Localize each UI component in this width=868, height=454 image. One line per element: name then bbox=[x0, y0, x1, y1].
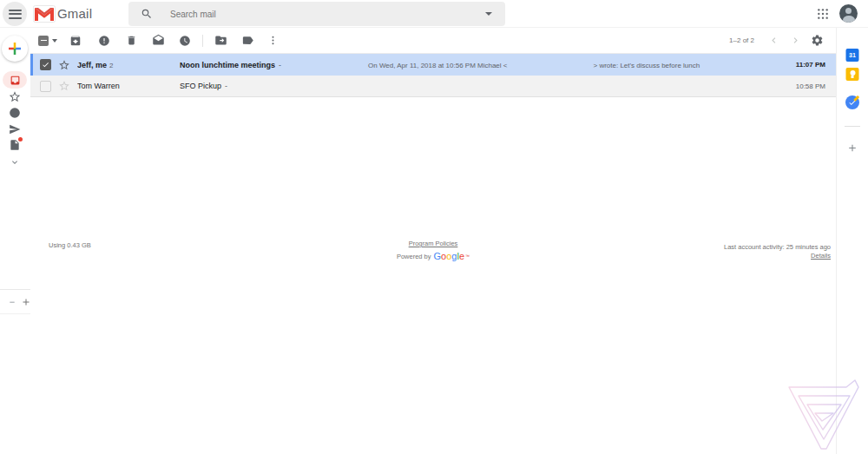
last-account-activity: Last account activity: 25 minutes ago bbox=[724, 243, 831, 252]
program-policies-link[interactable]: Program Policies bbox=[409, 240, 458, 247]
calendar-icon: 31 bbox=[846, 49, 859, 62]
more-options-button[interactable] bbox=[266, 34, 279, 48]
compose-button[interactable] bbox=[2, 36, 28, 62]
google-apps-grid-icon[interactable] bbox=[817, 8, 829, 20]
subject-snippet: Noon lunchtime meetings - On Wed, Apr 11… bbox=[180, 61, 775, 69]
google-logo[interactable]: Google bbox=[434, 251, 465, 261]
row-checkbox-unchecked[interactable] bbox=[40, 81, 51, 92]
select-caret-icon bbox=[52, 39, 57, 43]
check-icon bbox=[42, 61, 49, 69]
plus-icon bbox=[847, 142, 858, 154]
gmail-app: Gmail Search mail bbox=[0, 0, 868, 454]
star-icon bbox=[9, 90, 22, 103]
search-options-caret-icon[interactable] bbox=[485, 12, 492, 16]
email-row-2[interactable]: Tom Warren SFO Pickup - 10:58 PM bbox=[30, 76, 836, 97]
mark-as-read-button[interactable] bbox=[151, 34, 165, 48]
row-checkbox-checked[interactable] bbox=[40, 59, 51, 70]
chevron-left-icon bbox=[768, 35, 779, 46]
account-avatar[interactable] bbox=[839, 4, 858, 23]
list-footer: Using 0.43 GB Program Policies Powered b… bbox=[30, 240, 836, 274]
archive-button[interactable] bbox=[69, 34, 82, 48]
subject-snippet: SFO Pickup - bbox=[180, 82, 775, 90]
details-link[interactable]: Details bbox=[811, 252, 831, 260]
calendar-panel-button[interactable]: 31 bbox=[846, 49, 859, 62]
email-row-1[interactable]: Jeff, me2 Noon lunchtime meetings - On W… bbox=[30, 54, 836, 76]
select-all-checkbox[interactable] bbox=[38, 36, 57, 46]
top-bar: Gmail Search mail bbox=[0, 0, 868, 28]
select-all-box-icon bbox=[38, 36, 49, 46]
inbox-icon bbox=[10, 75, 21, 86]
sender-name: Tom Warren bbox=[77, 82, 180, 90]
open-envelope-icon bbox=[152, 34, 165, 47]
move-to-folder-icon bbox=[214, 34, 227, 47]
sender-name: Jeff, me2 bbox=[77, 61, 180, 69]
tasks-panel-button[interactable] bbox=[845, 95, 859, 109]
verge-watermark-logo bbox=[786, 379, 862, 452]
mail-list-panel: 1–2 of 2 Jeff, m bbox=[30, 28, 836, 454]
clock-icon bbox=[9, 107, 21, 119]
sidebar-item-snoozed[interactable] bbox=[9, 107, 21, 119]
star-outline-icon bbox=[58, 59, 70, 71]
move-to-button[interactable] bbox=[214, 34, 227, 48]
mail-toolbar: 1–2 of 2 bbox=[30, 28, 836, 53]
chevron-down-icon bbox=[10, 157, 20, 168]
chevron-right-icon bbox=[790, 35, 801, 46]
keep-icon bbox=[846, 68, 859, 81]
email-subject: SFO Pickup bbox=[180, 82, 221, 90]
trash-icon bbox=[126, 35, 137, 46]
label-tag-icon bbox=[241, 34, 254, 47]
send-icon bbox=[9, 123, 21, 135]
tasks-icon bbox=[845, 95, 859, 109]
keep-panel-button[interactable] bbox=[846, 68, 859, 81]
sidebar-item-inbox[interactable] bbox=[3, 71, 27, 89]
gmail-logo-icon[interactable] bbox=[33, 5, 56, 23]
delete-button[interactable] bbox=[124, 34, 138, 48]
gmail-wordmark: Gmail bbox=[57, 6, 92, 21]
more-vert-icon bbox=[267, 35, 279, 46]
pagination-count: 1–2 of 2 bbox=[729, 36, 754, 44]
powered-by: Powered by Google ™ bbox=[397, 251, 470, 261]
sidebar-item-starred[interactable] bbox=[9, 90, 22, 103]
next-page-button[interactable] bbox=[788, 34, 802, 48]
sidebar-item-sent[interactable] bbox=[9, 123, 21, 135]
storage-usage: Using 0.43 GB bbox=[49, 241, 91, 249]
settings-button[interactable] bbox=[810, 34, 824, 48]
sidebar-item-drafts[interactable] bbox=[9, 139, 21, 151]
minimize-icon[interactable] bbox=[9, 299, 16, 306]
toolbar-divider bbox=[202, 35, 203, 47]
compose-plus-icon bbox=[9, 43, 21, 55]
search-bar[interactable]: Search mail bbox=[128, 2, 505, 26]
get-add-ons-button[interactable] bbox=[847, 142, 858, 154]
trademark: ™ bbox=[465, 253, 470, 259]
email-snippet-end: > wrote: Let's discuss before lunch bbox=[593, 62, 700, 69]
email-time: 11:07 PM bbox=[775, 61, 836, 69]
main-menu-button[interactable] bbox=[3, 2, 27, 26]
report-spam-button[interactable] bbox=[97, 34, 111, 48]
star-toggle[interactable] bbox=[58, 59, 70, 71]
star-outline-icon bbox=[58, 80, 70, 92]
star-toggle[interactable] bbox=[58, 80, 70, 92]
hamburger-icon bbox=[9, 7, 22, 21]
sidebar-item-more[interactable] bbox=[10, 157, 20, 168]
left-sidebar bbox=[0, 28, 30, 454]
drafts-badge bbox=[18, 137, 23, 141]
labels-button[interactable] bbox=[240, 34, 254, 48]
report-spam-icon bbox=[98, 35, 110, 47]
panel-divider bbox=[845, 126, 860, 127]
email-snippet-start: On Wed, Apr 11, 2018 at 10:56 PM Michael… bbox=[368, 62, 507, 69]
archive-icon bbox=[69, 35, 82, 47]
thread-list: Jeff, me2 Noon lunchtime meetings - On W… bbox=[30, 53, 836, 97]
previous-page-button[interactable] bbox=[766, 34, 780, 48]
search-input[interactable]: Search mail bbox=[170, 10, 216, 19]
email-subject: Noon lunchtime meetings bbox=[180, 61, 275, 69]
gear-icon bbox=[811, 34, 824, 47]
email-time: 10:58 PM bbox=[775, 82, 836, 90]
snooze-clock-icon bbox=[179, 35, 191, 47]
snooze-button[interactable] bbox=[178, 34, 192, 48]
message-count: 2 bbox=[109, 62, 113, 69]
search-icon bbox=[141, 8, 153, 20]
